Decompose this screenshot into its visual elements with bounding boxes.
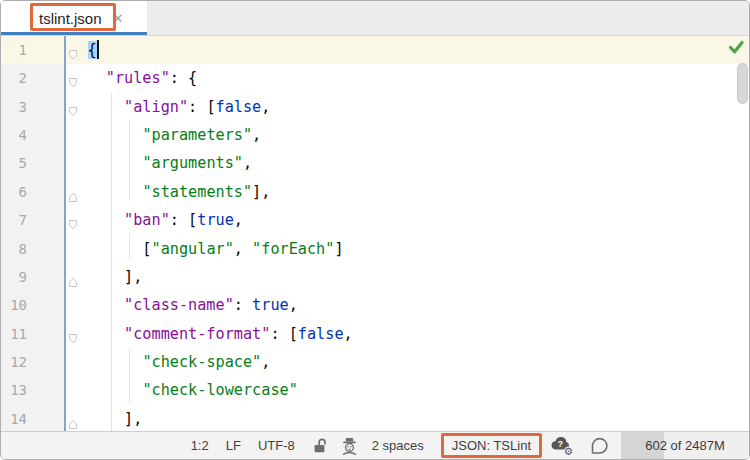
inspections-ok-icon[interactable] (727, 39, 745, 55)
line-number: 12 (1, 348, 27, 376)
line-ending-widget[interactable]: LF (226, 438, 241, 453)
code-text: "align": [false, (88, 93, 271, 121)
vcs-change-stripe[interactable] (64, 36, 67, 431)
fold-expand-icon[interactable] (66, 417, 80, 431)
code-text: "class-name": true, (88, 291, 298, 319)
line-number: 8 (1, 235, 27, 263)
indent-config-widget[interactable]: 2 spaces (372, 438, 424, 453)
memory-indicator[interactable]: 602 of 2487M (621, 432, 749, 459)
memory-text: 602 of 2487M (621, 432, 749, 459)
code-text: "comment-format": [false, (88, 320, 353, 348)
encoding-widget[interactable]: UTF-8 (258, 438, 295, 453)
code-lines: 1{2 "rules": {3 "align": [false,4 "param… (1, 36, 749, 431)
svg-text:⚙: ⚙ (564, 445, 573, 456)
code-editor[interactable]: 1{2 "rules": {3 "align": [false,4 "param… (1, 36, 749, 431)
code-line[interactable]: 5 "arguments", (1, 149, 749, 177)
fold-expand-icon[interactable] (66, 275, 80, 289)
close-tab-icon[interactable]: ✕ (113, 12, 124, 25)
line-number: 2 (1, 64, 27, 92)
line-number: 5 (1, 149, 27, 177)
status-bar: 1:2 LF UTF-8 2 spaces JSON: TSLint (1, 431, 749, 459)
code-text: ], (88, 263, 143, 291)
code-line[interactable]: 11 "comment-format": [false, (1, 320, 749, 348)
fold-collapse-icon[interactable] (66, 105, 80, 119)
code-line[interactable]: 4 "parameters", (1, 121, 749, 149)
fold-collapse-icon[interactable] (66, 76, 80, 90)
indent-guide (129, 348, 130, 403)
line-number: 14 (1, 405, 27, 431)
highlighting-level-icon[interactable] (340, 436, 359, 455)
annotation-highlight-filetype: JSON: TSLint (441, 433, 542, 458)
tab-title: tslint.json (39, 10, 102, 27)
caret-position-widget[interactable]: 1:2 (191, 438, 209, 453)
line-number: 10 (1, 291, 27, 319)
code-text: { (88, 36, 100, 64)
tab-tslint-json[interactable]: tslint.json ✕ (1, 1, 147, 35)
indent-guide (129, 234, 130, 260)
code-text: "parameters", (88, 121, 262, 149)
code-text: "check-space", (88, 348, 271, 376)
code-line[interactable]: 9 ], (1, 263, 749, 291)
unlocked-padlock-icon[interactable] (312, 437, 327, 454)
code-line[interactable]: 13 "check-lowercase" (1, 376, 749, 404)
fold-collapse-icon[interactable] (66, 332, 80, 346)
scrollbar-thumb[interactable] (737, 63, 748, 104)
code-line[interactable]: 10 "class-name": true, (1, 291, 749, 319)
line-number: 3 (1, 93, 27, 121)
line-number: 7 (1, 206, 27, 234)
code-line[interactable]: 6 "statements"], (1, 178, 749, 206)
code-line[interactable]: 14 ], (1, 405, 749, 431)
svg-text:?: ? (558, 439, 564, 449)
line-number: 11 (1, 320, 27, 348)
fold-collapse-icon[interactable] (66, 48, 80, 62)
line-number: 9 (1, 263, 27, 291)
editor-tab-bar: tslint.json ✕ (1, 1, 749, 36)
code-line[interactable]: 1{ (1, 36, 749, 64)
code-text: "arguments", (88, 149, 253, 177)
code-text: ["angular", "forEach"] (88, 235, 344, 263)
line-number: 13 (1, 376, 27, 404)
file-type-widget[interactable]: JSON: TSLint (452, 438, 531, 453)
code-line[interactable]: 7 "ban": [true, (1, 206, 749, 234)
line-number: 4 (1, 121, 27, 149)
code-line[interactable]: 3 "align": [false, (1, 93, 749, 121)
code-text: ], (88, 405, 143, 431)
indent-guide (129, 121, 130, 201)
line-number: 1 (1, 36, 27, 64)
notification-balloon-icon[interactable] (588, 436, 608, 456)
code-text: "rules": { (88, 64, 198, 92)
code-text: "statements"], (88, 178, 271, 206)
fold-collapse-icon[interactable] (66, 218, 80, 232)
code-line[interactable]: 2 "rules": { (1, 64, 749, 92)
cloud-settings-icon[interactable]: ? ⚙ (550, 435, 575, 456)
code-line[interactable]: 12 "check-space", (1, 348, 749, 376)
ide-window: tslint.json ✕ 1{2 "rules": {3 "align": [… (0, 0, 750, 460)
text-caret (97, 40, 100, 59)
fold-expand-icon[interactable] (66, 190, 80, 204)
code-text: "check-lowercase" (88, 376, 298, 404)
indent-guide (111, 93, 112, 431)
code-line[interactable]: 8 ["angular", "forEach"] (1, 235, 749, 263)
line-number: 6 (1, 178, 27, 206)
